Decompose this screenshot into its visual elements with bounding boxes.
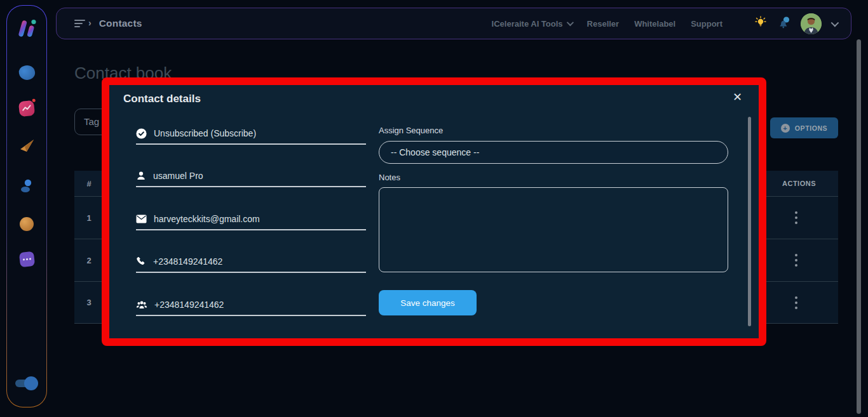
options-button[interactable]: + OPTIONS bbox=[770, 117, 838, 138]
users-icon bbox=[136, 300, 147, 310]
top-header: › Contacts ICeleraite AI Tools Reseller … bbox=[56, 8, 851, 39]
check-circle-icon bbox=[136, 128, 147, 139]
chat-bubble-icon[interactable] bbox=[18, 251, 34, 267]
contact-name-field[interactable]: usamuel Pro bbox=[136, 168, 366, 187]
phone-icon bbox=[136, 256, 146, 267]
row-actions-kebab-icon[interactable] bbox=[795, 211, 797, 224]
column-header-actions: ACTIONS bbox=[760, 171, 838, 196]
chevron-down-icon[interactable] bbox=[831, 18, 839, 27]
toggle-icon[interactable] bbox=[15, 376, 38, 390]
notes-label: Notes bbox=[379, 173, 400, 182]
dashboard-icon[interactable] bbox=[17, 64, 36, 82]
chevron-down-icon bbox=[566, 19, 573, 26]
page-scrollbar[interactable] bbox=[857, 39, 861, 414]
hamburger-icon[interactable] bbox=[74, 20, 85, 27]
modal-title: Contact details bbox=[123, 93, 201, 105]
nav-reseller[interactable]: Reseller bbox=[587, 19, 620, 29]
user-avatar[interactable] bbox=[801, 13, 822, 34]
sequence-select[interactable]: -- Choose sequence -- bbox=[379, 141, 728, 164]
user-icon bbox=[136, 171, 146, 181]
contact-email-field[interactable]: harveyteckkits@gmail.com bbox=[136, 211, 366, 230]
contacts-icon[interactable] bbox=[18, 177, 35, 196]
messenger-icon[interactable] bbox=[18, 100, 35, 117]
modal-scrollbar[interactable] bbox=[748, 117, 751, 326]
plus-circle-icon: + bbox=[781, 124, 790, 133]
notifications-icon[interactable] bbox=[776, 15, 791, 32]
nav-ai-tools[interactable]: ICeleraite AI Tools bbox=[492, 19, 572, 29]
contact-phone-field[interactable]: +2348149241462 bbox=[136, 254, 366, 273]
envelope-icon bbox=[136, 215, 147, 223]
contact-status-field[interactable]: Unsubscribed (Subscribe) bbox=[136, 126, 366, 145]
row-actions-kebab-icon[interactable] bbox=[795, 254, 797, 267]
column-header-index: # bbox=[74, 171, 104, 196]
send-plane-icon[interactable] bbox=[18, 137, 35, 156]
notes-textarea[interactable] bbox=[379, 187, 728, 272]
nav-support[interactable]: Support bbox=[691, 19, 722, 29]
sidebar bbox=[6, 5, 47, 407]
close-icon[interactable]: ✕ bbox=[733, 91, 742, 103]
coins-icon[interactable] bbox=[20, 217, 34, 231]
row-actions-kebab-icon[interactable] bbox=[795, 296, 797, 309]
app-page: › Contacts ICeleraite AI Tools Reseller … bbox=[0, 0, 868, 417]
page-title: Contacts bbox=[99, 18, 142, 29]
contact-details-modal: Contact details ✕ Unsubscribed (Subscrib… bbox=[102, 77, 766, 346]
header-nav: ICeleraite AI Tools Reseller Whitelabel … bbox=[492, 19, 722, 29]
assign-sequence-label: Assign Sequence bbox=[379, 126, 443, 135]
save-changes-button[interactable]: Save changes bbox=[379, 290, 477, 315]
iceleraite-logo[interactable] bbox=[15, 16, 39, 43]
chevron-right-icon: › bbox=[88, 18, 92, 28]
lightbulb-icon[interactable] bbox=[754, 16, 767, 31]
nav-whitelabel[interactable]: Whitelabel bbox=[634, 19, 675, 29]
contact-group-phone-field[interactable]: +2348149241462 bbox=[136, 297, 366, 316]
